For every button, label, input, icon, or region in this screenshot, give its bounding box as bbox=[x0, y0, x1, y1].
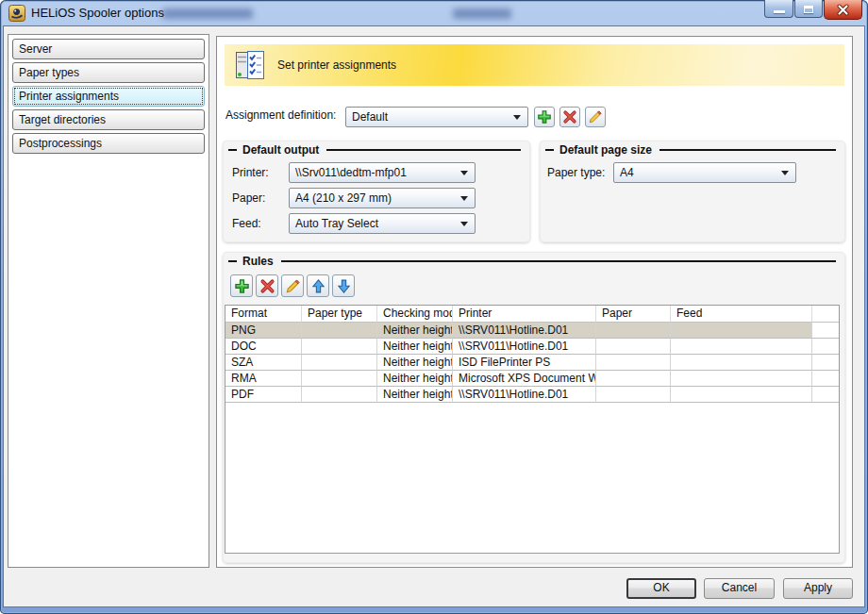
cell-printer: \\SRV011\Hotline.D01 bbox=[453, 323, 596, 339]
add-rule-button[interactable] bbox=[230, 274, 253, 297]
group-title: Rules bbox=[223, 252, 845, 271]
collapse-dash-icon[interactable] bbox=[545, 149, 554, 151]
printer-select[interactable]: \\Srv011\dedtm-mfp01 bbox=[289, 162, 476, 183]
cell-feed bbox=[671, 339, 812, 355]
assignment-definition-label: Assignment definition: bbox=[225, 108, 336, 122]
collapse-dash-icon[interactable] bbox=[228, 149, 237, 151]
sidebar-item-paper-types[interactable]: Paper types bbox=[12, 62, 205, 83]
sidebar-item-label: Postprocessings bbox=[19, 137, 102, 150]
cell-feed bbox=[671, 323, 812, 339]
maximize-icon bbox=[804, 6, 813, 13]
redacted-smudge bbox=[453, 8, 511, 19]
sidebar-item-label: Printer assignments bbox=[19, 90, 119, 103]
table-row[interactable]: SZA Neither height r ISD FilePrinter PS bbox=[225, 355, 839, 371]
cell-checking-mode: Neither height r bbox=[377, 371, 453, 387]
table-row[interactable]: PNG Neither height r \\SRV011\Hotline.D0… bbox=[225, 323, 839, 339]
ok-button[interactable]: OK bbox=[626, 578, 696, 599]
move-rule-up-button[interactable] bbox=[307, 274, 329, 297]
maximize-button[interactable] bbox=[794, 0, 823, 18]
paper-label: Paper: bbox=[232, 188, 265, 208]
paper-type-select[interactable]: A4 bbox=[613, 162, 796, 183]
default-page-size-group: Default page size Paper type: A4 bbox=[540, 141, 845, 242]
titlebar[interactable]: HELiOS Spooler options bbox=[0, 0, 868, 26]
sidebar-item-label: Target directories bbox=[19, 113, 106, 126]
cell-filler bbox=[812, 339, 839, 355]
move-rule-down-button[interactable] bbox=[332, 274, 355, 297]
group-title-rule bbox=[326, 149, 521, 151]
cell-feed bbox=[671, 355, 812, 371]
apply-button[interactable]: Apply bbox=[783, 578, 853, 599]
assignment-definition-row: Assignment definition: Default bbox=[217, 105, 852, 129]
page-title: Set printer assignments bbox=[277, 58, 396, 72]
cell-paper bbox=[596, 339, 671, 355]
cell-printer: ISD FilePrinter PS bbox=[453, 355, 596, 371]
pencil-icon bbox=[588, 109, 603, 124]
group-title-label: Default output bbox=[242, 143, 319, 157]
feed-select[interactable]: Auto Tray Select bbox=[289, 213, 476, 234]
column-header-feed[interactable]: Feed bbox=[671, 306, 812, 323]
delete-rule-button[interactable] bbox=[256, 274, 278, 297]
printer-value: \\Srv011\dedtm-mfp01 bbox=[290, 166, 460, 179]
column-header-format[interactable]: Format bbox=[225, 306, 302, 323]
window-content: Server Paper types Printer assignments T… bbox=[4, 26, 864, 606]
spooler-options-window: HELiOS Spooler options Server Paper type… bbox=[0, 0, 868, 614]
group-title-label: Rules bbox=[242, 255, 274, 268]
minimize-icon bbox=[774, 10, 785, 13]
paper-select[interactable]: A4 (210 x 297 mm) bbox=[289, 188, 476, 208]
sidebar-item-server[interactable]: Server bbox=[12, 39, 205, 59]
group-title-label: Default page size bbox=[559, 143, 652, 157]
cell-checking-mode: Neither height r bbox=[377, 323, 453, 339]
cell-format: PNG bbox=[225, 323, 302, 339]
table-row[interactable]: PDF Neither height r \\SRV011\Hotline.D0… bbox=[225, 387, 839, 403]
paper-type-label: Paper type: bbox=[547, 162, 605, 183]
helios-app-icon bbox=[8, 5, 25, 22]
column-header-printer[interactable]: Printer bbox=[453, 306, 596, 323]
column-header-checking-mode[interactable]: Checking mode bbox=[377, 306, 453, 323]
column-header-filler bbox=[812, 306, 839, 323]
chevron-down-icon bbox=[460, 222, 468, 226]
column-header-paper[interactable]: Paper bbox=[596, 306, 671, 323]
rules-table: Format Paper type Checking mode Printer … bbox=[225, 305, 840, 554]
delete-assignment-button[interactable] bbox=[559, 107, 580, 127]
column-header-paper-type[interactable]: Paper type bbox=[302, 306, 377, 323]
printer-label: Printer: bbox=[232, 162, 269, 183]
chevron-down-icon bbox=[460, 196, 468, 201]
table-row[interactable]: RMA Neither height r Microsoft XPS Docum… bbox=[225, 371, 839, 387]
sidebar-item-target-directories[interactable]: Target directories bbox=[12, 109, 205, 130]
add-assignment-button[interactable] bbox=[534, 107, 555, 127]
cell-format: RMA bbox=[225, 371, 302, 387]
minimize-button[interactable] bbox=[764, 0, 793, 18]
sidebar-item-label: Server bbox=[19, 42, 52, 56]
main-panel: Set printer assignments Assignment defin… bbox=[216, 36, 853, 568]
assignment-definition-select[interactable]: Default bbox=[345, 107, 528, 127]
sidebar-item-printer-assignments[interactable]: Printer assignments bbox=[12, 86, 205, 107]
cell-feed bbox=[671, 371, 812, 387]
edit-assignment-button[interactable] bbox=[585, 107, 606, 127]
close-icon bbox=[837, 4, 849, 16]
close-button[interactable] bbox=[824, 0, 862, 20]
cancel-button[interactable]: Cancel bbox=[704, 578, 775, 599]
cell-feed bbox=[671, 387, 812, 403]
table-row[interactable]: DOC Neither height r \\SRV011\Hotline.D0… bbox=[225, 339, 839, 355]
group-title-rule bbox=[281, 260, 836, 262]
cell-paper bbox=[596, 387, 671, 403]
edit-rule-button[interactable] bbox=[281, 274, 304, 297]
group-title: Default page size bbox=[540, 141, 845, 159]
collapse-dash-icon[interactable] bbox=[228, 260, 237, 262]
cell-paper-type bbox=[302, 371, 377, 387]
group-title-rule bbox=[659, 149, 836, 151]
cell-paper bbox=[596, 323, 671, 339]
red-x-icon bbox=[562, 109, 577, 124]
green-plus-icon bbox=[537, 109, 552, 124]
cell-printer: \\SRV011\Hotline.D01 bbox=[453, 387, 596, 403]
green-plus-icon bbox=[234, 278, 250, 294]
cell-format: SZA bbox=[225, 355, 302, 371]
redacted-smudge bbox=[162, 8, 253, 19]
sidebar-item-postprocessings[interactable]: Postprocessings bbox=[12, 133, 205, 154]
cell-printer: Microsoft XPS Document Write bbox=[453, 371, 596, 387]
cell-filler bbox=[812, 387, 839, 403]
feed-label: Feed: bbox=[232, 213, 261, 234]
printer-assignments-icon bbox=[234, 49, 266, 81]
cell-filler bbox=[812, 371, 839, 387]
rules-table-body: PNG Neither height r \\SRV011\Hotline.D0… bbox=[225, 323, 839, 403]
